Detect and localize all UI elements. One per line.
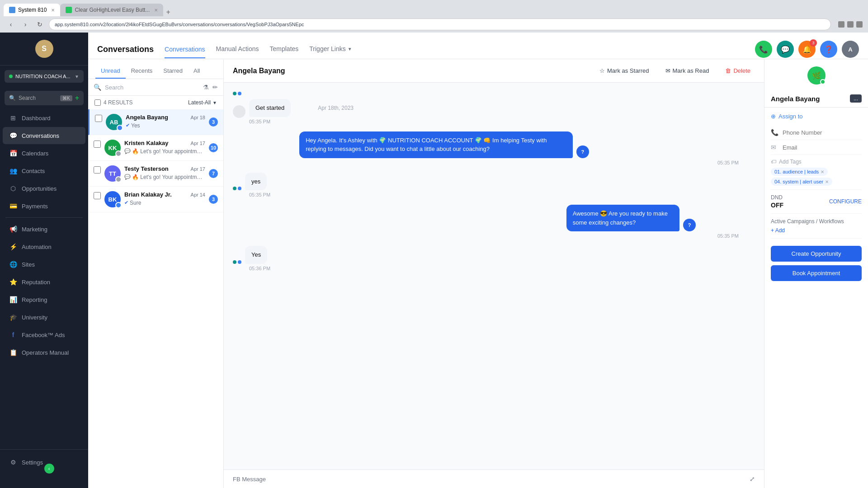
platform-dot-teal <box>233 92 236 95</box>
fb-message-label: FB Message <box>233 476 266 483</box>
message-date-1: Apr 18th, 2023 <box>318 105 354 111</box>
sidebar-item-calendars[interactable]: 📅 Calendars <box>3 145 85 162</box>
bookmark-icon[interactable] <box>838 21 844 28</box>
tab-close-2[interactable]: ✕ <box>154 8 158 13</box>
conv-search-input[interactable] <box>105 84 199 91</box>
phone-input[interactable] <box>783 129 862 136</box>
sidebar-item-sites[interactable]: 🌐 Sites <box>3 256 85 273</box>
browser-nav-bar: ‹ › ↻ app.system810.com/v2/location/2l4i… <box>0 16 868 33</box>
conv-tab-all[interactable]: All <box>188 64 205 79</box>
action-buttons: Create Opportunity Book Appointment <box>771 246 862 285</box>
forward-button[interactable]: › <box>20 19 31 30</box>
conv-checkbox-testy[interactable] <box>94 166 101 174</box>
sidebar-add-button[interactable]: + <box>75 94 79 102</box>
message-group-3: yes 05:35 PM <box>233 173 755 198</box>
opportunities-icon: ⬡ <box>9 184 17 192</box>
conv-checkbox-angela[interactable] <box>95 115 102 122</box>
sidebar-item-university[interactable]: 🎓 University <box>3 309 85 326</box>
address-bar[interactable]: app.system810.com/v2/location/2l4ikoFEtd… <box>49 19 831 30</box>
sidebar-label-dashboard: Dashboard <box>22 115 51 122</box>
conv-tab-starred[interactable]: Starred <box>158 64 188 79</box>
account-status-dot <box>9 75 13 78</box>
back-button[interactable]: ‹ <box>5 19 16 30</box>
tab-trigger-links[interactable]: Trigger Links ▼ <box>309 40 352 59</box>
page-title: Conversations <box>97 45 154 54</box>
msg-avatar-2: ? <box>576 145 589 158</box>
chat-panel: Angela Bayang ☆ Mark as Starred ✉ Mark a… <box>224 59 764 488</box>
sidebar-item-conversations[interactable]: 💬 Conversations <box>3 127 85 144</box>
conv-name-row-testy: Testy Testerson Apr 17 <box>124 165 205 172</box>
tab-manual-actions[interactable]: Manual Actions <box>216 40 259 59</box>
reload-button[interactable]: ↻ <box>34 19 45 30</box>
conv-item-kristen[interactable]: KK Kristen Kalakay Apr 17 💬 🔥 Let's go! … <box>88 135 223 161</box>
expand-icon[interactable]: ⤢ <box>750 475 755 483</box>
more-options-button[interactable]: ... <box>850 94 862 103</box>
mark-as-starred-button[interactable]: ☆ Mark as Starred <box>595 65 653 77</box>
contact-name-sidebar: Angela Bayang <box>771 95 820 103</box>
messages-container: Get started Apr 18th, 2023 05:35 PM <box>224 83 764 469</box>
sidebar-search[interactable]: 🔍 Search ⌘K + <box>5 91 84 105</box>
sidebar-item-payments[interactable]: 💳 Payments <box>3 197 85 215</box>
tag-remove-2[interactable]: ✕ <box>825 179 829 184</box>
conv-item-brian[interactable]: BK Brian Kalakay Jr. Apr 14 ✔ Sure 3 <box>88 187 223 212</box>
sidebar-item-contacts[interactable]: 👥 Contacts <box>3 162 85 179</box>
delete-button[interactable]: 🗑 Delete <box>721 65 755 77</box>
email-input[interactable] <box>783 144 862 151</box>
message-group-5: Yes 05:36 PM <box>233 246 755 271</box>
assign-icon: ⊕ <box>771 113 776 120</box>
read-icon: ✉ <box>665 67 670 74</box>
chat-button[interactable]: 💬 <box>777 41 794 58</box>
message-group-1: Get started Apr 18th, 2023 05:35 PM <box>233 92 755 124</box>
sidebar-bottom: ⚙ Settings ‹ <box>0 449 88 488</box>
sidebar-item-dashboard[interactable]: ⊞ Dashboard <box>3 109 85 127</box>
sidebar-item-operators-manual[interactable]: 📋 Operators Manual <box>3 344 85 361</box>
tab-conversations[interactable]: Conversations <box>165 40 205 58</box>
new-tab-button[interactable]: + <box>163 8 173 16</box>
message-bubble-3: yes <box>245 173 267 191</box>
message-text-2: Hey Angela. It's Ashley with 🌍 NUTRITION… <box>306 137 547 153</box>
sidebar-item-marketing[interactable]: 📢 Marketing <box>3 221 85 238</box>
tab-title: System 810 <box>18 7 47 13</box>
sidebar-item-reporting[interactable]: 📊 Reporting <box>3 291 85 308</box>
add-campaign-button[interactable]: + Add <box>771 227 862 234</box>
bell-button[interactable]: 🔔 3 <box>798 41 816 58</box>
settings-icon[interactable] <box>856 21 863 28</box>
book-appointment-button[interactable]: Book Appointment <box>771 265 862 281</box>
conv-item-testy[interactable]: TT Testy Testerson Apr 17 💬 🔥 Let's go! … <box>88 161 223 187</box>
account-selector[interactable]: NUTRITION COACH A... ▼ <box>5 70 84 83</box>
inactive-tab[interactable]: Clear GoHighLevel Easy Butt... ✕ <box>60 4 163 16</box>
filter-dropdown[interactable]: Latest-All ▼ <box>188 99 217 106</box>
configure-button[interactable]: CONFIGURE <box>829 198 862 205</box>
conv-checkbox-brian[interactable] <box>94 192 101 199</box>
sidebar-label-conversations: Conversations <box>22 132 59 139</box>
help-button[interactable]: ❓ <box>820 41 837 58</box>
tag-remove-1[interactable]: ✕ <box>821 169 824 174</box>
tab-templates[interactable]: Templates <box>270 40 299 59</box>
sidebar-collapse-button[interactable]: ‹ <box>44 464 54 474</box>
calendars-icon: 📅 <box>9 149 17 157</box>
compose-icon[interactable]: ✏ <box>212 84 218 91</box>
sidebar-label-automation: Automation <box>22 244 52 250</box>
sidebar-item-facebook-ads[interactable]: f Facebook™ Ads <box>3 326 85 343</box>
user-avatar[interactable]: A <box>842 41 859 58</box>
extension-icon[interactable] <box>847 21 854 28</box>
platform-dot-teal-3 <box>233 187 236 190</box>
sidebar-item-automation[interactable]: ⚡ Automation <box>3 238 85 255</box>
sidebar-item-opportunities[interactable]: ⬡ Opportunities <box>3 180 85 197</box>
tab-close[interactable]: ✕ <box>51 8 55 13</box>
active-tab[interactable]: System 810 ✕ <box>4 4 60 16</box>
mark-as-read-button[interactable]: ✉ Mark as Read <box>661 65 714 77</box>
conv-tab-unread[interactable]: Unread <box>95 64 126 79</box>
conv-name-testy: Testy Testerson <box>124 165 169 172</box>
conv-tab-recents[interactable]: Recents <box>126 64 158 79</box>
sidebar-item-reputation[interactable]: ⭐ Reputation <box>3 273 85 291</box>
assign-to-button[interactable]: ⊕ Assign to <box>771 113 862 120</box>
create-opportunity-button[interactable]: Create Opportunity <box>771 246 862 262</box>
conv-checkbox-kristen[interactable] <box>94 141 101 148</box>
select-all-checkbox[interactable] <box>94 99 101 106</box>
phone-button[interactable]: 📞 <box>755 41 772 58</box>
filter-icon[interactable]: ⚗ <box>203 84 209 91</box>
msg-platform-icons-3 <box>233 187 241 190</box>
dnd-value: OFF <box>771 202 783 209</box>
conv-item-angela[interactable]: AB Angela Bayang Apr 18 ✔ Yes 3 <box>88 109 223 135</box>
